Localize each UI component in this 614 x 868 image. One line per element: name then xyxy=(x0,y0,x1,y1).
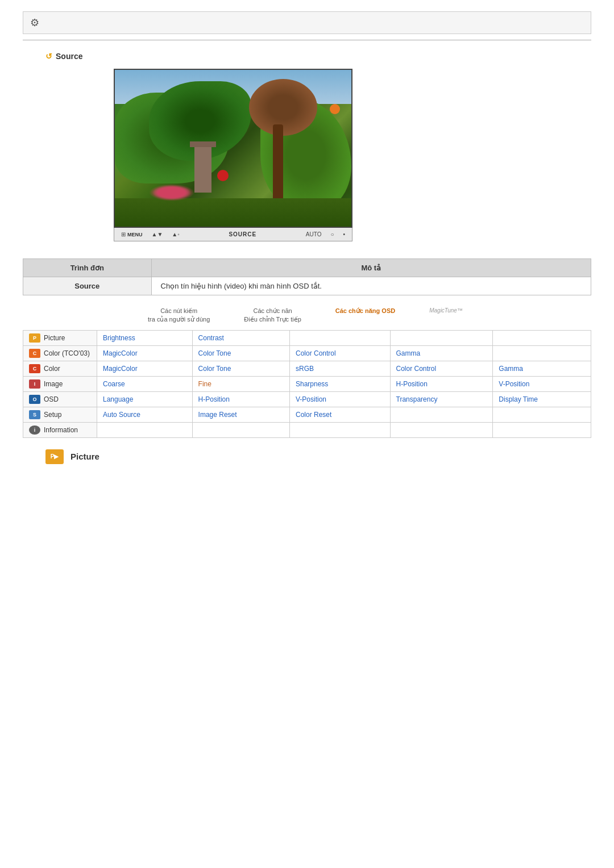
picture-cell3 xyxy=(289,330,390,345)
nav-labels: Các nút kiếm tra của người sử dùng Các c… xyxy=(148,307,614,324)
colorcontrol-tco-cell[interactable]: Color Control xyxy=(289,345,390,361)
menu-item-color: C Color xyxy=(23,361,97,376)
main-divider xyxy=(23,40,591,40)
osd-row-color: C Color MagicColor Color Tone sRGB Color… xyxy=(23,361,591,376)
picture-section-footer: P▶ Picture xyxy=(45,449,569,464)
osd-table-section: P Picture Brightness Contrast C Color (T… xyxy=(23,330,591,438)
tco-cell5 xyxy=(493,345,591,361)
monitor-container: ⊞ MENU ▲▼ ▲◦ SOURCE AUTO ○ • xyxy=(114,69,352,241)
header-bar: ⚙ xyxy=(23,11,591,34)
vposition-img-cell[interactable]: V-Position xyxy=(493,376,591,391)
info-cell2 xyxy=(192,422,289,437)
setup-cell4 xyxy=(390,407,493,422)
sharpness-cell[interactable]: Sharpness xyxy=(289,376,390,391)
info-cell3 xyxy=(289,422,390,437)
picture-cell4 xyxy=(390,330,493,345)
settings-icon: ⚙ xyxy=(30,16,39,29)
source-section: ↺ Source ⊞ MENU ▲▼ ▲◦ SOURCE AUTO xyxy=(45,52,591,241)
osd-row-image: I Image Coarse Fine Sharpness H-Position… xyxy=(23,376,591,391)
brightness-cell[interactable]: Brightness xyxy=(97,330,193,345)
garden-red-element xyxy=(217,170,229,181)
picture-footer-icon: P▶ xyxy=(45,449,64,464)
menu-btn[interactable]: ⊞ MENU xyxy=(121,231,143,237)
picture-footer-title: Picture xyxy=(70,452,99,461)
displaytime-cell[interactable]: Display Time xyxy=(493,391,591,407)
info-cell5 xyxy=(493,422,591,437)
color-icon: C xyxy=(29,364,40,373)
coarse-cell[interactable]: Coarse xyxy=(97,376,193,391)
garden-tree-trunk xyxy=(273,124,283,204)
osd-icon: O xyxy=(29,395,40,404)
osd-row-osd: O OSD Language H-Position V-Position Tra… xyxy=(23,391,591,407)
garden-pagoda xyxy=(194,147,211,193)
col-menu-header: Trình đơn xyxy=(23,259,152,277)
up-btn[interactable]: ▲◦ xyxy=(172,231,179,237)
colorcontrol-cell[interactable]: Color Control xyxy=(390,361,493,376)
gamma-cell[interactable]: Gamma xyxy=(493,361,591,376)
magiccolor-cell[interactable]: MagicColor xyxy=(97,361,193,376)
osd-row-information: i Information xyxy=(23,422,591,437)
color-tco-icon: C xyxy=(29,349,40,358)
col-desc-header: Mô tả xyxy=(151,259,591,277)
srgb-cell[interactable]: sRGB xyxy=(289,361,390,376)
source-center-label: SOURCE xyxy=(189,231,297,237)
hposition-osd-cell[interactable]: H-Position xyxy=(192,391,289,407)
osd-row-color-tco: C Color (TCO'03) MagicColor Color Tone C… xyxy=(23,345,591,361)
nav-label-2: Các chức năn Điều chỉnh Trực tiếp xyxy=(244,307,301,324)
language-cell[interactable]: Language xyxy=(97,391,193,407)
autosource-cell[interactable]: Auto Source xyxy=(97,407,193,422)
osd-row-picture: P Picture Brightness Contrast xyxy=(23,330,591,345)
gamma-tco-cell[interactable]: Gamma xyxy=(390,345,493,361)
auto-btn[interactable]: AUTO xyxy=(306,231,322,237)
menu-item-image: I Image xyxy=(23,376,97,391)
description-table-section: Trình đơn Mô tả Source Chọn tín hiệu hìn… xyxy=(23,258,591,295)
nav-label-1: Các nút kiếm tra của người sử dùng xyxy=(148,307,210,324)
transparency-cell[interactable]: Transparency xyxy=(390,391,493,407)
nav-label-osd: Các chức năng OSD xyxy=(335,307,395,324)
colorreset-cell[interactable]: Color Reset xyxy=(289,407,390,422)
nav-label-magic: MagicTune™ xyxy=(429,307,463,324)
monitor-bottom-bar: ⊞ MENU ▲▼ ▲◦ SOURCE AUTO ○ • xyxy=(114,228,352,241)
menu-item-osd: O OSD xyxy=(23,391,97,407)
source-icon: ↺ xyxy=(45,52,52,61)
nav-btn[interactable]: ▲▼ xyxy=(152,231,163,237)
dot-btn[interactable]: • xyxy=(343,231,345,237)
source-title: ↺ Source xyxy=(45,52,591,61)
menu-item-color-tco: C Color (TCO'03) xyxy=(23,345,97,361)
garden-tree-top xyxy=(249,79,317,136)
menu-item-setup: S Setup xyxy=(23,407,97,422)
picture-icon: P xyxy=(29,333,40,343)
circle-btn[interactable]: ○ xyxy=(330,231,334,237)
garden-orange-ball xyxy=(330,104,340,114)
setup-icon: S xyxy=(29,410,40,419)
vposition-osd-cell[interactable]: V-Position xyxy=(289,391,390,407)
hposition-img-cell[interactable]: H-Position xyxy=(390,376,493,391)
garden-ground xyxy=(115,198,351,227)
osd-row-setup: S Setup Auto Source Image Reset Color Re… xyxy=(23,407,591,422)
setup-cell5 xyxy=(493,407,591,422)
menu-item-information: i Information xyxy=(23,422,97,437)
menu-cell: Source xyxy=(23,277,152,295)
garden-flowers xyxy=(149,184,194,201)
info-cell4 xyxy=(390,422,493,437)
monitor-screen xyxy=(114,69,352,228)
osd-table: P Picture Brightness Contrast C Color (T… xyxy=(23,330,591,438)
colortone-tco-cell[interactable]: Color Tone xyxy=(192,345,289,361)
info-cell1 xyxy=(97,422,193,437)
description-table: Trình đơn Mô tả Source Chọn tín hiệu hìn… xyxy=(23,258,591,295)
table-row: Source Chọn tín hiệu hình (video) khi mà… xyxy=(23,277,591,295)
imagereset-cell[interactable]: Image Reset xyxy=(192,407,289,422)
magiccolor-tco-cell[interactable]: MagicColor xyxy=(97,345,193,361)
fine-cell[interactable]: Fine xyxy=(192,376,289,391)
contrast-cell[interactable]: Contrast xyxy=(192,330,289,345)
colortone-cell[interactable]: Color Tone xyxy=(192,361,289,376)
info-icon: i xyxy=(29,425,40,435)
source-label: Source xyxy=(56,52,82,61)
image-icon: I xyxy=(29,379,40,389)
picture-cell5 xyxy=(493,330,591,345)
desc-cell: Chọn tín hiệu hình (video) khi màn hình … xyxy=(151,277,591,295)
menu-item-picture: P Picture xyxy=(23,330,97,345)
